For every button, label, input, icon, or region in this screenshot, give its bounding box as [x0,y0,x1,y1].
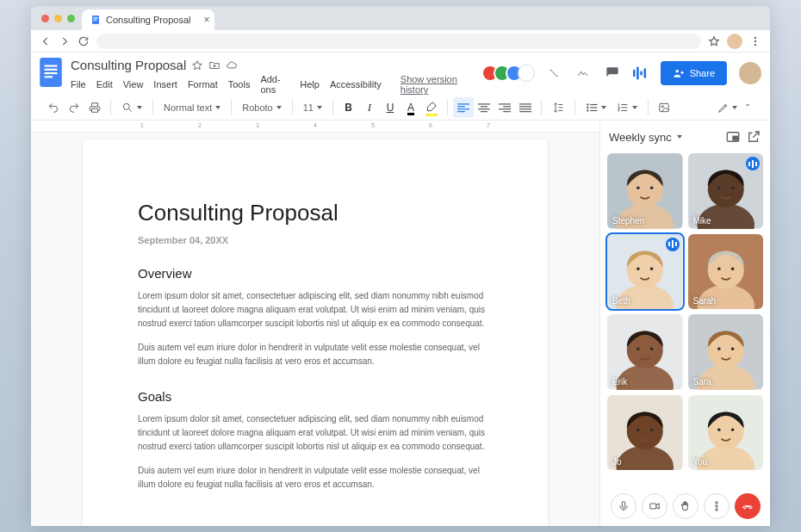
meet-dropdown-icon[interactable] [677,135,682,139]
participant-tile[interactable]: Stephen [607,153,683,229]
profile-avatar[interactable] [727,34,742,49]
editing-mode-button[interactable] [717,102,737,114]
section-heading[interactable]: Goals [138,389,493,404]
show-version-history[interactable]: Show version history [400,74,473,95]
svg-rect-37 [590,107,597,108]
menu-insert[interactable]: Insert [153,79,177,90]
cloud-status-icon[interactable] [226,59,238,71]
participant-tile[interactable]: Sarah [688,234,764,310]
browser-tab[interactable]: Consulting Proposal × [82,9,214,30]
maximize-window[interactable] [67,15,75,22]
bold-button[interactable]: B [338,97,359,118]
paragraph[interactable]: Duis autem vel eum iriure dolor in hendr… [138,341,493,368]
align-left-button[interactable] [453,97,474,118]
move-doc-icon[interactable] [208,59,220,71]
pip-icon[interactable] [725,129,741,145]
svg-point-68 [650,348,654,351]
svg-rect-20 [457,108,469,109]
menu-tools[interactable]: Tools [228,79,251,90]
camera-button[interactable] [642,493,668,519]
underline-button[interactable]: U [380,97,400,118]
minimize-window[interactable] [54,15,62,22]
print-button[interactable] [84,97,105,118]
mic-button[interactable] [611,493,636,519]
menu-add-ons[interactable]: Add-ons [260,74,289,95]
meet-header: Weekly sync [600,121,770,153]
participant-tile[interactable]: Erik [607,314,683,390]
svg-rect-25 [481,111,487,112]
participant-tile[interactable]: You [688,395,764,471]
line-spacing-button[interactable] [547,97,569,118]
menu-accessibility[interactable]: Accessibility [330,79,382,90]
back-icon[interactable] [40,35,52,47]
doc-title[interactable]: Consulting Proposal [71,58,186,72]
section-heading[interactable]: Overview [138,266,493,281]
bookmark-star-icon[interactable] [708,35,720,47]
toolbar-overflow-button[interactable]: ⌃ [737,97,758,118]
svg-point-73 [730,348,734,351]
highlight-color-button[interactable] [421,97,442,118]
comments-icon[interactable] [602,63,623,84]
meet-icon[interactable] [631,63,652,84]
undo-button[interactable] [43,97,64,118]
svg-rect-3 [94,20,97,21]
horizontal-ruler[interactable]: 1234567 [31,121,599,133]
menu-view[interactable]: View [123,79,144,90]
bullet-list-button[interactable] [581,97,612,118]
paragraph[interactable]: Lorem ipsum dolor sit amet, consectetuer… [138,289,493,331]
more-options-button[interactable] [704,493,730,519]
numbered-list-button[interactable] [612,97,643,118]
paragraph[interactable]: Duis autem vel eum iriure dolor in hendr… [138,464,493,492]
hangup-button[interactable] [735,493,761,519]
italic-button[interactable]: I [359,97,380,118]
star-doc-icon[interactable] [191,59,203,71]
paragraph-style-select[interactable]: Normal text [158,97,226,118]
participant-tile[interactable]: Mike [688,153,764,229]
browser-menu-icon[interactable] [749,35,761,47]
align-center-button[interactable] [474,97,494,118]
activity-icon[interactable] [573,63,593,84]
svg-rect-26 [499,103,511,104]
omnibox[interactable] [96,34,701,49]
font-size-select[interactable]: 11 [298,97,327,118]
text-color-button[interactable]: A [400,97,421,118]
document-scroll[interactable]: Consulting ProposalSeptember 04, 20XXOve… [31,133,599,526]
participant-name: Erik [612,377,627,387]
reload-icon[interactable] [78,35,90,47]
participant-tile[interactable]: Sara [688,314,764,390]
font-select[interactable]: Roboto [237,97,286,118]
speaking-indicator-icon [746,157,760,170]
last-edit-icon[interactable] [543,63,564,84]
participant-tile[interactable]: Jo [607,395,683,471]
paragraph[interactable]: Lorem ipsum dolor sit amet, consectetuer… [138,412,493,454]
account-avatar[interactable] [739,62,761,84]
meet-title[interactable]: Weekly sync [609,131,672,144]
main-content: 1234567 Consulting ProposalSeptember 04,… [31,121,770,526]
document-page[interactable]: Consulting ProposalSeptember 04, 20XXOve… [83,139,548,526]
menu-edit[interactable]: Edit [96,79,113,90]
collaborator-overflow[interactable] [518,65,535,82]
redo-button[interactable] [64,97,84,118]
share-button[interactable]: Share [661,61,727,85]
insert-image-button[interactable] [654,97,674,118]
svg-point-62 [717,267,721,270]
svg-point-86 [715,502,717,504]
menu-help[interactable]: Help [300,79,320,90]
page-title[interactable]: Consulting Proposal [138,200,493,226]
popout-icon[interactable] [746,129,761,145]
close-window[interactable] [41,15,49,22]
menu-format[interactable]: Format [188,79,218,90]
collaborator-avatars[interactable] [481,65,535,82]
page-date[interactable]: September 04, 20XX [138,235,493,245]
align-right-button[interactable] [494,97,515,118]
menu-file[interactable]: File [71,79,86,90]
forward-icon[interactable] [59,35,71,47]
close-tab-icon[interactable]: × [203,14,209,26]
participant-tile[interactable]: Beth [607,234,683,310]
zoom-select[interactable] [116,97,147,118]
svg-rect-15 [643,68,646,78]
ruler-mark: 4 [314,122,317,128]
docs-logo-icon[interactable] [40,58,62,87]
align-justify-button[interactable] [515,97,536,118]
raise-hand-button[interactable] [673,493,699,519]
